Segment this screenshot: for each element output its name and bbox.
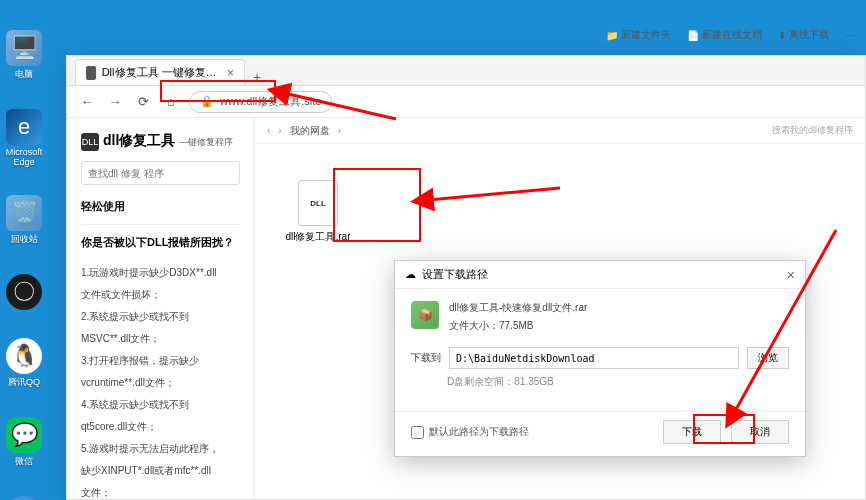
tab-bar: Dll修复工具 一键修复电脑丢失D… × +: [67, 56, 865, 86]
cloud-icon: ☁: [405, 268, 416, 281]
download-dialog: ☁ 设置下载路径 × 📦 dll修复工具-快速修复dll文件.rar 文件大小：…: [394, 260, 806, 457]
desktop-icon-edge[interactable]: eMicrosoft Edge: [2, 109, 46, 167]
breadcrumb-search-hint[interactable]: 搜索我的dll修复程序: [772, 124, 853, 137]
section-title: 轻松使用: [81, 199, 240, 214]
doc-icon: 📄: [687, 30, 699, 41]
desktop-icon-qq[interactable]: 🐧腾讯QQ: [6, 338, 42, 389]
chevron-right-icon: ›: [338, 125, 341, 136]
file-item[interactable]: DLL dll修复工具.rar: [275, 174, 361, 250]
file-size-row: 文件大小：77.5MB: [449, 319, 587, 333]
logo-title: dll修复工具: [103, 132, 175, 150]
new-online-doc-button[interactable]: 📄新建在线文档: [687, 28, 762, 42]
refresh-button[interactable]: ⟳: [133, 92, 153, 112]
bc-back-icon[interactable]: ‹: [267, 125, 270, 136]
question-heading: 你是否被以下DLL报错所困扰？: [81, 235, 240, 250]
desktop-icon-app[interactable]: 〇: [6, 274, 42, 310]
disk-free-info: D盘剩余空间：81.35GB: [447, 375, 789, 389]
bullet-line: 4.系统提示缺少或找不到: [81, 394, 240, 416]
breadcrumb-path[interactable]: 我的网盘: [290, 124, 330, 138]
dialog-title: 设置下载路径: [422, 267, 488, 282]
path-label: 下载到: [411, 351, 441, 365]
desktop-icon-wechat[interactable]: 💬微信: [6, 417, 42, 468]
desktop-icon-recycle[interactable]: 🗑️回收站: [6, 195, 42, 246]
bullet-line: 2.系统提示缺少或找不到: [81, 306, 240, 328]
dialog-close-button[interactable]: ×: [787, 267, 795, 283]
tab-title: Dll修复工具 一键修复电脑丢失D…: [102, 65, 217, 80]
home-button[interactable]: ⌂: [161, 92, 181, 112]
divider: [81, 224, 240, 225]
download-button[interactable]: 下载: [663, 420, 721, 444]
logo-subtitle: —键修复程序: [179, 136, 233, 149]
bullet-line: 文件；: [81, 482, 240, 499]
desktop-icon-computer[interactable]: 🖥️电脑: [6, 30, 42, 81]
checkbox-input[interactable]: [411, 426, 424, 439]
offline-download-button[interactable]: ⬇离线下载: [778, 28, 829, 42]
bullet-line: 3.打开程序报错，提示缺少: [81, 350, 240, 372]
browser-tab[interactable]: Dll修复工具 一键修复电脑丢失D… ×: [75, 59, 245, 85]
bullet-line: 缺少XINPUT*.dll或者mfc**.dll: [81, 460, 240, 482]
bullet-line: vcruntime**.dll文件；: [81, 372, 240, 394]
default-path-checkbox[interactable]: 默认此路径为下载路径: [411, 425, 529, 439]
bullet-line: qt5core.dll文件；: [81, 416, 240, 438]
cancel-button[interactable]: 取消: [731, 420, 789, 444]
sidebar-search-input[interactable]: [81, 161, 240, 185]
back-button[interactable]: ←: [77, 92, 97, 112]
browse-button[interactable]: 浏览: [747, 347, 789, 369]
logo-icon: DLL: [81, 133, 99, 151]
bullet-line: 文件或文件损坏；: [81, 284, 240, 306]
download-path-input[interactable]: [449, 347, 739, 369]
breadcrumb: ‹ › 我的网盘 › 搜索我的dll修复程序: [255, 118, 865, 144]
lock-icon: 🔒: [200, 95, 214, 108]
url-text: www.dll修复工具.site: [220, 94, 321, 109]
bc-forward-icon[interactable]: ›: [278, 125, 281, 136]
archive-icon: 📦: [411, 301, 439, 329]
file-name-label: dll修复工具.rar: [285, 230, 350, 244]
tab-close-icon[interactable]: ×: [227, 66, 234, 80]
dialog-titlebar: ☁ 设置下载路径 ×: [395, 261, 805, 289]
desktop-icons: 🖥️电脑 eMicrosoft Edge 🗑️回收站 〇 🐧腾讯QQ 💬微信 🌐…: [2, 30, 46, 500]
bullet-line: 1.玩游戏时提示缺少D3DX**.dll: [81, 262, 240, 284]
url-input[interactable]: 🔒 www.dll修复工具.site: [189, 91, 332, 113]
tab-favicon-icon: [86, 66, 96, 80]
more-button[interactable]: ⋯: [845, 30, 855, 41]
dialog-file-name: dll修复工具-快速修复dll文件.rar: [449, 301, 587, 315]
bullet-list: 1.玩游戏时提示缺少D3DX**.dll文件或文件损坏；2.系统提示缺少或找不到…: [81, 262, 240, 499]
desktop-icon-browser[interactable]: 🌐搜索浏览器: [2, 496, 46, 500]
new-tab-button[interactable]: +: [245, 69, 269, 85]
page-toolbar: 📁新建文件夹 📄新建在线文档 ⬇离线下载 ⋯: [606, 22, 855, 48]
logo: DLL dll修复工具 —键修复程序: [81, 132, 240, 151]
bullet-line: MSVC**.dll文件；: [81, 328, 240, 350]
bullet-line: 5.游戏时提示无法启动此程序，: [81, 438, 240, 460]
new-folder-button[interactable]: 📁新建文件夹: [606, 28, 671, 42]
folder-icon: 📁: [606, 30, 618, 41]
forward-button[interactable]: →: [105, 92, 125, 112]
address-bar: ← → ⟳ ⌂ 🔒 www.dll修复工具.site 📁新建文件夹 📄新建在线文…: [67, 86, 865, 118]
rar-file-icon: DLL: [298, 180, 338, 226]
sidebar: DLL dll修复工具 —键修复程序 轻松使用 你是否被以下DLL报错所困扰？ …: [67, 118, 255, 499]
download-icon: ⬇: [778, 30, 786, 41]
